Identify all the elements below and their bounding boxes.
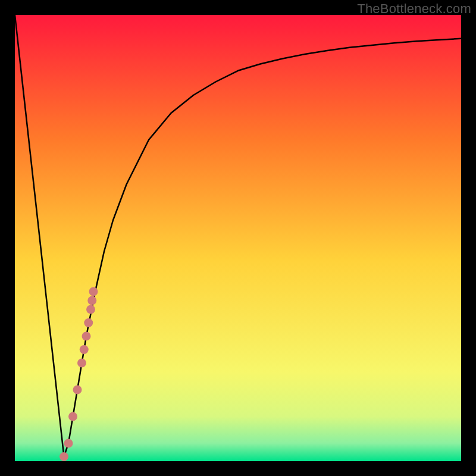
highlight-dot	[77, 359, 86, 368]
watermark-text: TheBottleneck.com	[357, 1, 471, 17]
highlight-dot	[87, 296, 96, 305]
highlight-dot	[68, 412, 77, 421]
chart-frame: TheBottleneck.com	[0, 0, 476, 476]
highlight-dot	[82, 332, 91, 341]
chart-svg	[15, 15, 461, 461]
highlight-dot	[89, 287, 98, 296]
chart-background	[15, 15, 461, 461]
chart-plot-area	[15, 15, 461, 461]
highlight-dot	[64, 439, 73, 448]
highlight-dot	[86, 305, 95, 314]
highlight-dot	[84, 318, 93, 327]
highlight-dot	[80, 345, 89, 354]
highlight-dot	[60, 452, 68, 461]
highlight-dot	[73, 386, 82, 394]
